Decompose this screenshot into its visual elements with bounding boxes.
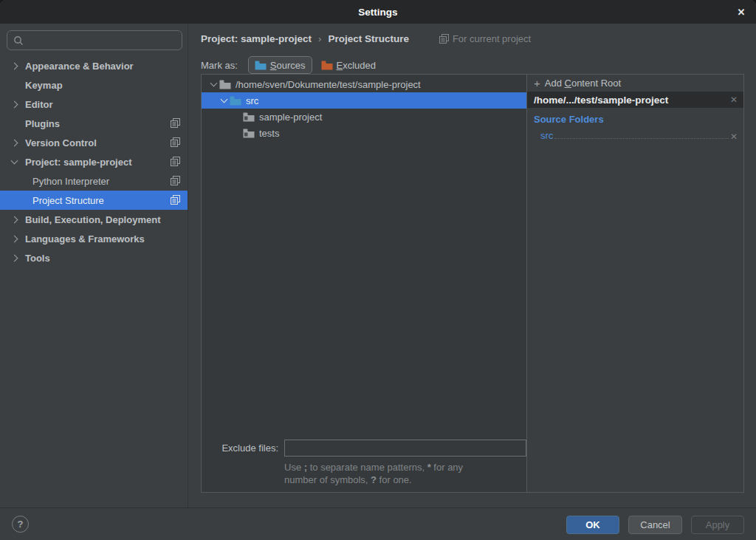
- sidebar-item-appearance-behavior[interactable]: Appearance & Behavior: [0, 56, 188, 75]
- shared-settings-icon: [171, 157, 180, 166]
- folder-icon: [243, 129, 255, 138]
- sidebar-item-python-interpreter[interactable]: Python Interpreter: [0, 171, 188, 191]
- exclude-files-hint: Use ; to separate name patterns, * for a…: [284, 461, 528, 486]
- source-folder-icon: [230, 96, 241, 106]
- sidebar-item-version-control[interactable]: Version Control: [0, 133, 188, 152]
- sidebar-item-build-execution-deployment[interactable]: Build, Execution, Deployment: [0, 210, 188, 229]
- question-mark-icon: ?: [18, 519, 24, 530]
- chevron-down-icon[interactable]: [210, 80, 217, 87]
- chevron-right-icon[interactable]: [11, 216, 18, 223]
- mark-as-toolbar: Mark as: Sources Excluded: [201, 55, 382, 75]
- breadcrumb: Project: sample-project › Project Struct…: [201, 30, 531, 47]
- ok-button[interactable]: OK: [566, 516, 619, 534]
- close-icon[interactable]: ✕: [732, 3, 750, 21]
- sidebar-item-tools[interactable]: Tools: [0, 248, 188, 267]
- shared-settings-icon: [171, 176, 180, 185]
- sidebar-item-keymap[interactable]: Keymap: [0, 75, 188, 95]
- source-folder-entry[interactable]: src ✕: [540, 127, 738, 142]
- content-root-entry[interactable]: /home/.../test/sample-project ✕: [527, 92, 743, 108]
- content-root-path: /home/.../test/sample-project: [534, 95, 730, 106]
- apply-button[interactable]: Apply: [691, 516, 744, 534]
- exclude-files-section: Exclude files: Use ; to separate name pa…: [202, 440, 526, 488]
- remove-content-root-icon[interactable]: ✕: [730, 95, 738, 105]
- mark-sources-button[interactable]: Sources: [248, 56, 312, 74]
- sidebar-item-project-sample-project[interactable]: Project: sample-project: [0, 152, 188, 171]
- sidebar-item-editor[interactable]: Editor: [0, 95, 188, 114]
- content-root-details-panel: + Add Content Root /home/.../test/sample…: [526, 74, 744, 493]
- search-box[interactable]: [7, 30, 182, 50]
- dialog-title: Settings: [358, 7, 397, 18]
- search-input[interactable]: [28, 35, 176, 46]
- sidebar-item-languages-frameworks[interactable]: Languages & Frameworks: [0, 229, 188, 248]
- tree-row-tests[interactable]: tests: [202, 125, 526, 141]
- breadcrumb-project[interactable]: Project: sample-project: [201, 33, 312, 44]
- chevron-right-icon[interactable]: [11, 254, 18, 262]
- dotted-leader: [554, 138, 729, 139]
- excluded-folder-icon: [321, 61, 333, 70]
- chevron-right-icon[interactable]: [11, 100, 18, 108]
- folder-icon: [219, 80, 231, 89]
- help-button[interactable]: ?: [12, 516, 29, 533]
- breadcrumb-project-structure: Project Structure: [328, 33, 409, 44]
- sources-folder-icon: [255, 61, 267, 70]
- settings-menu: Appearance & Behavior Keymap Editor Plug…: [0, 56, 188, 267]
- dialog-footer: ? OK Cancel Apply: [0, 507, 756, 540]
- settings-sidebar: Appearance & Behavior Keymap Editor Plug…: [0, 24, 188, 507]
- shared-settings-icon: [171, 137, 180, 147]
- exclude-files-input[interactable]: [284, 440, 526, 457]
- add-content-root-button[interactable]: + Add Content Root: [527, 75, 743, 92]
- search-icon: [13, 35, 24, 46]
- folder-icon: [243, 112, 255, 122]
- scope-indicator: For current project: [439, 33, 531, 44]
- main-content: Project: sample-project › Project Struct…: [189, 24, 756, 507]
- shared-settings-icon: [171, 195, 180, 205]
- breadcrumb-separator-icon: ›: [318, 33, 321, 44]
- chevron-right-icon[interactable]: [11, 139, 18, 146]
- scope-label: For current project: [453, 33, 531, 44]
- mark-as-label: Mark as:: [201, 60, 238, 71]
- shared-settings-icon: [171, 118, 180, 128]
- remove-source-folder-icon[interactable]: ✕: [730, 131, 738, 142]
- exclude-files-label: Exclude files:: [207, 442, 278, 454]
- scheme-icon: [439, 34, 449, 44]
- tree-row-content-root[interactable]: /home/sven/Dokumente/test/sample-project: [202, 76, 526, 92]
- directory-tree: /home/sven/Dokumente/test/sample-project…: [202, 75, 526, 141]
- plus-icon: +: [534, 78, 540, 89]
- chevron-down-icon[interactable]: [220, 96, 227, 103]
- sidebar-item-project-structure[interactable]: Project Structure: [0, 191, 188, 210]
- chevron-right-icon[interactable]: [11, 235, 18, 242]
- source-folders-heading: Source Folders: [534, 114, 743, 125]
- settings-dialog: Settings ✕ Appearance & Behavior Keymap …: [0, 0, 756, 540]
- source-folder-name: src: [540, 130, 553, 142]
- title-bar: Settings ✕: [0, 0, 756, 24]
- tree-row-sample-project[interactable]: sample-project: [202, 109, 526, 125]
- sidebar-item-plugins[interactable]: Plugins: [0, 114, 188, 133]
- cancel-button[interactable]: Cancel: [628, 516, 682, 534]
- tree-row-src[interactable]: src: [202, 92, 526, 109]
- chevron-down-icon[interactable]: [11, 157, 18, 165]
- content-root-tree-panel: /home/sven/Dokumente/test/sample-project…: [201, 74, 526, 493]
- mark-excluded-button[interactable]: Excluded: [315, 56, 382, 74]
- chevron-right-icon[interactable]: [11, 62, 18, 69]
